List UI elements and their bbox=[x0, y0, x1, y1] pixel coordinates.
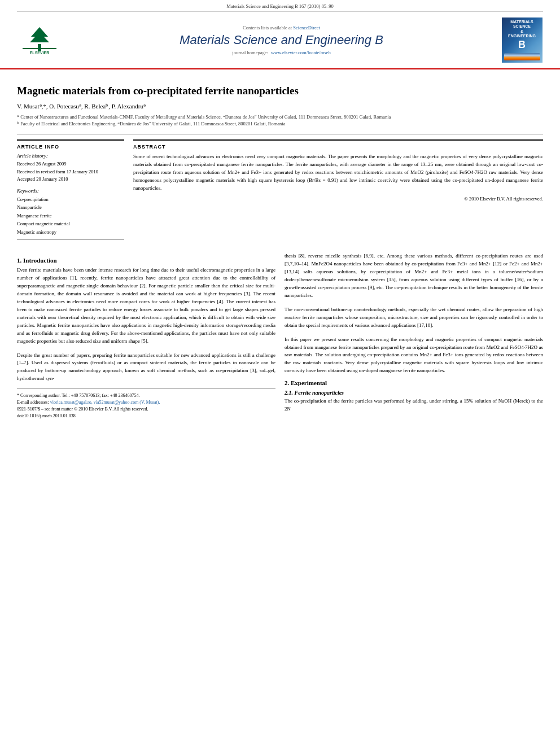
abstract-text: Some of recent technological advances in… bbox=[133, 153, 543, 193]
right-para-2: The non-conventional bottom-up nanotechn… bbox=[285, 306, 543, 330]
svg-rect-4 bbox=[23, 48, 56, 49]
article-info-col: ARTICLE INFO Article history: Received 2… bbox=[17, 139, 124, 246]
abstract-col: ABSTRACT Some of recent technological ad… bbox=[133, 139, 543, 246]
ferrite-nanoparticles-text: The co-precipitation of the ferrite part… bbox=[285, 397, 543, 413]
info-abstract-cols: ARTICLE INFO Article history: Received 2… bbox=[17, 139, 543, 246]
homepage-url[interactable]: www.elsevier.com/locate/mseb bbox=[271, 50, 331, 55]
article-main-title: Magnetic materials from co-precipitated … bbox=[17, 84, 543, 98]
logo-text-top: MATERIALSSCIENCE&ENGINEERING bbox=[508, 20, 536, 39]
article-content: Magnetic materials from co-precipitated … bbox=[0, 69, 560, 431]
divider-line bbox=[17, 134, 543, 135]
affiliation-b: ᵇ Faculty of Electrical and Electronics … bbox=[17, 120, 543, 128]
page-wrapper: Materials Science and Engineering B 167 … bbox=[0, 0, 560, 747]
logo-gradient-bar bbox=[504, 53, 540, 60]
article-info-box: ARTICLE INFO Article history: Received 2… bbox=[17, 139, 124, 240]
experimental-title: Experimental bbox=[291, 379, 327, 386]
keyword-5: Magnetic anisotropy bbox=[17, 228, 124, 236]
journal-logo-img: MATERIALSSCIENCE&ENGINEERING B bbox=[502, 18, 542, 63]
keyword-3: Manganese ferrite bbox=[17, 212, 124, 220]
keyword-4: Compact magnetic material bbox=[17, 220, 124, 228]
article-authors: V. Musatᵃ,*, O. Potecasuᵃ, R. Beleaᵇ, P.… bbox=[17, 103, 543, 110]
journal-top-bar: Materials Science and Engineering B 167 … bbox=[17, 0, 543, 12]
info-dates: Received 26 August 2009 Received in revi… bbox=[17, 160, 124, 184]
contents-line: Contents lists available at ScienceDirec… bbox=[68, 25, 495, 30]
journal-citation: Materials Science and Engineering B 167 … bbox=[226, 3, 334, 9]
journal-main-title: Materials Science and Engineering B bbox=[68, 33, 495, 47]
body-two-col: 1. Introduction Even ferrite materials h… bbox=[17, 252, 543, 420]
affiliation-a: ᵃ Center of Nanostructures and Functiona… bbox=[17, 113, 543, 121]
logo-letter: B bbox=[518, 39, 526, 51]
intro-heading: 1. Introduction bbox=[17, 257, 275, 264]
right-para-1: thesis [8], reverse micelle synthesis [6… bbox=[285, 252, 543, 300]
journal-title-block: Contents lists available at ScienceDirec… bbox=[68, 25, 495, 55]
svg-rect-1 bbox=[38, 44, 41, 51]
keywords-label: Keywords: bbox=[17, 188, 124, 194]
received-revised-date: Received in revised form 17 January 2010 bbox=[17, 168, 124, 176]
experimental-heading: 2. Experimental bbox=[285, 379, 543, 386]
intro-number: 1. bbox=[17, 257, 21, 264]
homepage-line: journal homepage: www.elsevier.com/locat… bbox=[68, 50, 495, 55]
author-affiliations: ᵃ Center of Nanostructures and Functiona… bbox=[17, 113, 543, 128]
history-label: Article history: bbox=[17, 153, 124, 159]
elsevier-logo: ELSEVIER bbox=[17, 24, 62, 56]
abstract-label: ABSTRACT bbox=[133, 144, 543, 150]
subsection-number: 2.1. bbox=[285, 390, 293, 396]
sciencedirect-link[interactable]: ScienceDirect bbox=[293, 25, 320, 30]
body-right: thesis [8], reverse micelle synthesis [6… bbox=[285, 252, 543, 420]
received-date: Received 26 August 2009 bbox=[17, 160, 124, 168]
article-info-label: ARTICLE INFO bbox=[17, 144, 124, 150]
info-keywords: Co-precipitation Nanoparticle Manganese … bbox=[17, 195, 124, 236]
email-label: E-mail addresses: bbox=[17, 400, 49, 405]
intro-title: Introduction bbox=[23, 257, 57, 264]
keyword-1: Co-precipitation bbox=[17, 195, 124, 203]
right-para-3: In this paper we present some results co… bbox=[285, 336, 543, 375]
emails: viorica.musat@ugal.ro, via52musat@yahoo.… bbox=[50, 400, 160, 405]
ferrite-nanoparticles-heading: 2.1. Ferrite nanoparticles bbox=[285, 390, 543, 396]
journal-header: ELSEVIER Contents lists available at Sci… bbox=[0, 12, 560, 69]
accepted-date: Accepted 20 January 2010 bbox=[17, 176, 124, 184]
authors-text: V. Musatᵃ,*, O. Potecasuᵃ, R. Beleaᵇ, P.… bbox=[17, 103, 146, 110]
keyword-2: Nanoparticle bbox=[17, 203, 124, 211]
intro-para-2: Despite the great number of papers, prep… bbox=[17, 352, 275, 383]
footnote-email: E-mail addresses: viorica.musat@ugal.ro,… bbox=[17, 399, 275, 406]
copyright-line: © 2010 Elsevier B.V. All rights reserved… bbox=[133, 196, 543, 202]
footnote-doi: doi:10.1016/j.mseb.2010.01.038 bbox=[17, 413, 275, 420]
experimental-number: 2. bbox=[285, 379, 289, 386]
abstract-box: ABSTRACT Some of recent technological ad… bbox=[133, 139, 543, 202]
journal-logo-box: MATERIALSSCIENCE&ENGINEERING B bbox=[501, 18, 543, 63]
footnotes-area: * Corresponding author. Tel.: +40 757070… bbox=[17, 388, 275, 420]
intro-para-1: Even ferrite materials have been under i… bbox=[17, 267, 275, 345]
footnote-issn: 0921-5107/$ – see front matter © 2010 El… bbox=[17, 406, 275, 413]
footnote-corresponding: * Corresponding author. Tel.: +40 757070… bbox=[17, 392, 275, 399]
body-left: 1. Introduction Even ferrite materials h… bbox=[17, 252, 275, 420]
subsection-title: Ferrite nanoparticles bbox=[295, 390, 344, 396]
svg-text:ELSEVIER: ELSEVIER bbox=[30, 51, 50, 55]
